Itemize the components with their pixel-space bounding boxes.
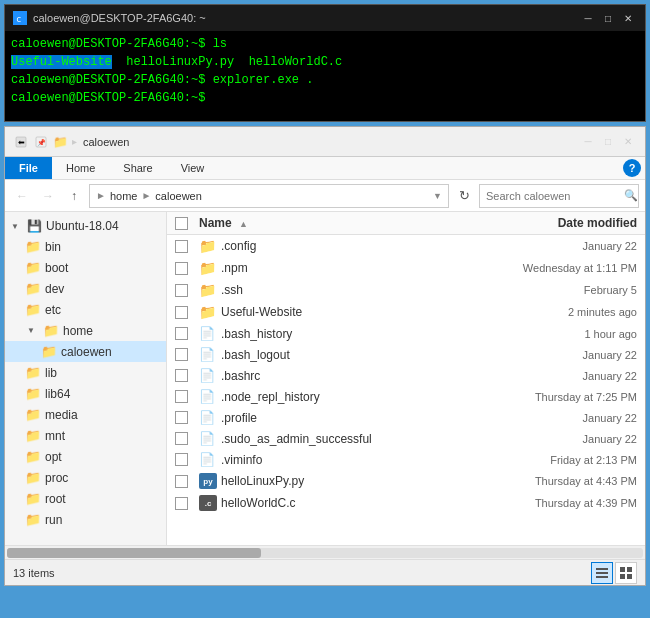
search-input[interactable] (486, 190, 624, 202)
path-part-caloewen: caloewen (155, 190, 201, 202)
explorer-folder-icon: 📁 (53, 135, 68, 149)
file-icon-cell: 📄 (199, 368, 221, 383)
row-checkbox[interactable] (175, 240, 188, 253)
svg-rect-7 (596, 572, 608, 574)
table-row[interactable]: 📁 .npm Wednesday at 1:11 PM (167, 257, 645, 279)
row-checkbox[interactable] (175, 284, 188, 297)
sidebar-item-dev[interactable]: 📁 dev (5, 278, 166, 299)
file-icon: 📄 (199, 347, 215, 362)
sidebar-item-proc[interactable]: 📁 proc (5, 467, 166, 488)
table-row[interactable]: 📄 .profile January 22 (167, 407, 645, 428)
row-checkbox[interactable] (175, 497, 188, 510)
row-checkbox[interactable] (175, 390, 188, 403)
drive-icon-ubuntu: 💾 (27, 219, 42, 233)
file-icon: 📄 (199, 410, 215, 425)
row-checkbox[interactable] (175, 475, 188, 488)
file-date: January 22 (457, 370, 637, 382)
path-separator-2: ► (141, 190, 151, 201)
path-dropdown-icon[interactable]: ▼ (433, 191, 442, 201)
svg-text:⬅: ⬅ (18, 138, 25, 147)
terminal-close-button[interactable]: ✕ (619, 10, 637, 26)
table-row[interactable]: 📁 Useful-Website 2 minutes ago (167, 301, 645, 323)
ribbon: File Home Share View ? (5, 157, 645, 180)
terminal-body: caloewen@DESKTOP-2FA6G40:~$ ls Useful-We… (5, 31, 645, 121)
table-row[interactable]: 📄 .bash_history 1 hour ago (167, 323, 645, 344)
table-row[interactable]: 📄 .bash_logout January 22 (167, 344, 645, 365)
row-checkbox[interactable] (175, 411, 188, 424)
search-button[interactable]: 🔍 (624, 189, 638, 202)
sidebar-item-etc[interactable]: 📁 etc (5, 299, 166, 320)
help-button[interactable]: ? (623, 159, 641, 177)
file-date: Thursday at 4:39 PM (457, 497, 637, 509)
sidebar-label-caloewen: caloewen (61, 345, 112, 359)
explorer-close-button[interactable]: ✕ (619, 134, 637, 150)
ribbon-tab-home[interactable]: Home (52, 157, 109, 179)
file-rows-container: 📁 .config January 22 📁 .npm Wednesday at… (167, 235, 645, 514)
address-path[interactable]: ► home ► caloewen ▼ (89, 184, 449, 208)
ribbon-tab-share[interactable]: Share (109, 157, 166, 179)
terminal-titlebar: c caloewen@DESKTOP-2FA6G40: ~ ─ □ ✕ (5, 5, 645, 31)
header-date[interactable]: Date modified (457, 216, 637, 230)
row-checkbox[interactable] (175, 348, 188, 361)
sidebar-item-root[interactable]: 📁 root (5, 488, 166, 509)
table-row[interactable]: 📄 .bashrc January 22 (167, 365, 645, 386)
explorer-titlebar: ⬅ 📌 📁 ▸ caloewen ─ □ ✕ (5, 127, 645, 157)
table-row[interactable]: 📄 .viminfo Friday at 2:13 PM (167, 449, 645, 470)
forward-button[interactable]: → (37, 185, 59, 207)
tile-view-button[interactable] (615, 562, 637, 584)
table-row[interactable]: 📄 .node_repl_history Thursday at 7:25 PM (167, 386, 645, 407)
refresh-button[interactable]: ↻ (453, 185, 475, 207)
sidebar-item-caloewen[interactable]: 📁 caloewen (5, 341, 166, 362)
row-checkbox[interactable] (175, 327, 188, 340)
sidebar-item-home[interactable]: ▼ 📁 home (5, 320, 166, 341)
horizontal-scrollbar[interactable] (5, 545, 645, 559)
table-row[interactable]: 📁 .ssh February 5 (167, 279, 645, 301)
hscroll-bar[interactable] (7, 548, 643, 558)
sidebar-label-etc: etc (45, 303, 61, 317)
folder-icon: 📁 (199, 282, 216, 298)
sidebar-item-boot[interactable]: 📁 boot (5, 257, 166, 278)
explorer-minimize-button[interactable]: ─ (579, 134, 597, 150)
table-row[interactable]: 📁 .config January 22 (167, 235, 645, 257)
hscroll-thumb[interactable] (7, 548, 261, 558)
file-icon-cell: py (199, 473, 221, 489)
row-checkbox[interactable] (175, 432, 188, 445)
table-row[interactable]: .c helloWorldC.c Thursday at 4:39 PM (167, 492, 645, 514)
file-icon: 📄 (199, 368, 215, 383)
detail-view-button[interactable] (591, 562, 613, 584)
header-name[interactable]: Name ▲ (199, 216, 457, 230)
explorer-window: ⬅ 📌 📁 ▸ caloewen ─ □ ✕ File Home Share V… (4, 126, 646, 586)
row-checkbox[interactable] (175, 262, 188, 275)
explorer-maximize-button[interactable]: □ (599, 134, 617, 150)
terminal-maximize-button[interactable]: □ (599, 10, 617, 26)
sidebar-item-lib64[interactable]: 📁 lib64 (5, 383, 166, 404)
folder-icon-run: 📁 (25, 512, 41, 527)
sidebar-item-mnt[interactable]: 📁 mnt (5, 425, 166, 446)
sidebar-item-lib[interactable]: 📁 lib (5, 362, 166, 383)
row-check (175, 390, 199, 403)
select-all-checkbox[interactable] (175, 217, 188, 230)
up-button[interactable]: ↑ (63, 185, 85, 207)
terminal-minimize-button[interactable]: ─ (579, 10, 597, 26)
sidebar-item-opt[interactable]: 📁 opt (5, 446, 166, 467)
sidebar-item-media[interactable]: 📁 media (5, 404, 166, 425)
sidebar-label-mnt: mnt (45, 429, 65, 443)
file-icon-cell: 📁 (199, 282, 221, 298)
file-name: Useful-Website (221, 305, 457, 319)
sidebar-item-bin[interactable]: 📁 bin (5, 236, 166, 257)
path-part-home: home (110, 190, 138, 202)
sidebar-item-run[interactable]: 📁 run (5, 509, 166, 530)
table-row[interactable]: 📄 .sudo_as_admin_successful January 22 (167, 428, 645, 449)
sidebar-item-ubuntu[interactable]: ▼ 💾 Ubuntu-18.04 (5, 216, 166, 236)
ribbon-tab-file[interactable]: File (5, 157, 52, 179)
row-checkbox[interactable] (175, 306, 188, 319)
file-icon-cell: 📁 (199, 238, 221, 254)
table-row[interactable]: py helloLinuxPy.py Thursday at 4:43 PM (167, 470, 645, 492)
back-button[interactable]: ← (11, 185, 33, 207)
svg-rect-6 (596, 568, 608, 570)
row-checkbox[interactable] (175, 453, 188, 466)
row-checkbox[interactable] (175, 369, 188, 382)
ribbon-tab-view[interactable]: View (167, 157, 219, 179)
folder-icon-mnt: 📁 (25, 428, 41, 443)
folder-icon-home: 📁 (43, 323, 59, 338)
